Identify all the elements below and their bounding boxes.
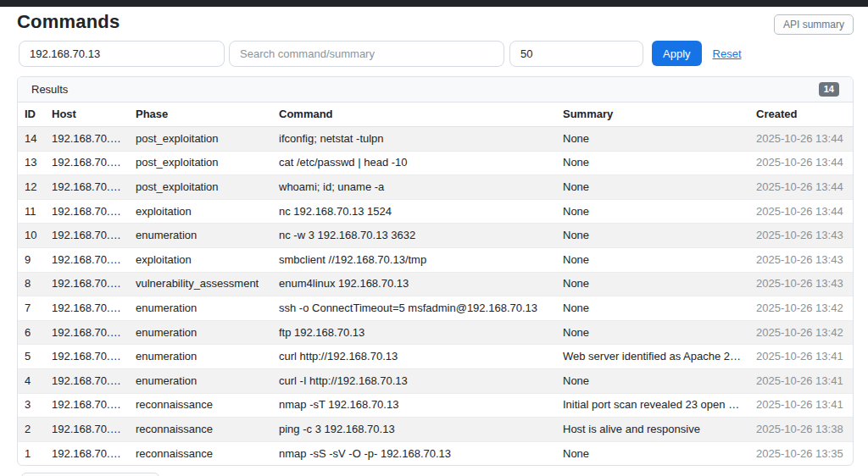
reset-link[interactable]: Reset xyxy=(713,47,742,60)
cell-created: 2025-10-26 13:44 xyxy=(749,199,853,224)
column-header-host: Host xyxy=(45,102,129,127)
cell-created: 2025-10-26 13:43 xyxy=(749,224,853,248)
bottom-partial-button[interactable] xyxy=(21,473,159,476)
table-row: 5 192.168.70.13 enumeration curl http://… xyxy=(18,345,853,369)
cell-phase: enumeration xyxy=(129,368,272,393)
cell-summary: None xyxy=(556,247,749,272)
table-header-row: ID Host Phase Command Summary Created xyxy=(18,102,853,127)
cell-command: curl -I http://192.168.70.13 xyxy=(272,368,556,393)
cell-created: 2025-10-26 13:41 xyxy=(749,345,853,369)
cell-created: 2025-10-26 13:44 xyxy=(749,127,853,152)
cell-host: 192.168.70.13 xyxy=(45,418,129,442)
table-row: 12 192.168.70.13 post_exploitation whoam… xyxy=(18,175,853,200)
cell-id: 10 xyxy=(18,224,45,248)
cell-phase: reconnaissance xyxy=(129,418,272,442)
cell-summary: Host is alive and responsive xyxy=(556,418,749,442)
column-header-summary: Summary xyxy=(556,102,749,127)
cell-created: 2025-10-26 13:43 xyxy=(749,247,853,272)
cell-summary: None xyxy=(556,296,749,321)
column-header-phase: Phase xyxy=(129,102,272,127)
column-header-id: ID xyxy=(18,102,45,127)
cell-phase: post_exploitation xyxy=(129,127,272,152)
cell-phase: reconnaissance xyxy=(129,441,272,465)
cell-summary: None xyxy=(556,368,749,393)
table-row: 7 192.168.70.13 enumeration ssh -o Conne… xyxy=(18,296,853,321)
page-title: Commands xyxy=(17,11,120,33)
cell-created: 2025-10-26 13:35 xyxy=(749,441,853,465)
table-row: 3 192.168.70.13 reconnaissance nmap -sT … xyxy=(18,393,853,418)
table-row: 9 192.168.70.13 exploitation smbclient /… xyxy=(18,247,853,272)
cell-id: 6 xyxy=(18,320,45,345)
api-summary-button[interactable]: API summary xyxy=(774,14,854,35)
cell-host: 192.168.70.13 xyxy=(45,272,129,296)
cell-host: 192.168.70.13 xyxy=(45,151,129,175)
results-table: ID Host Phase Command Summary Created 14… xyxy=(18,102,853,465)
cell-id: 1 xyxy=(18,441,45,465)
cell-summary: Web server identified as Apache 2.2.8 ..… xyxy=(556,345,749,369)
cell-command: nmap -sT 192.168.70.13 xyxy=(272,393,556,418)
cell-summary: None xyxy=(556,320,749,345)
column-header-created: Created xyxy=(749,102,853,127)
cell-host: 192.168.70.13 xyxy=(45,175,129,200)
cell-summary: None xyxy=(556,175,749,200)
cell-id: 14 xyxy=(18,127,45,152)
limit-input[interactable] xyxy=(509,41,643,67)
top-bar xyxy=(0,0,868,7)
cell-host: 192.168.70.13 xyxy=(45,441,129,465)
cell-created: 2025-10-26 13:41 xyxy=(749,368,853,393)
cell-phase: vulnerability_assessment xyxy=(129,272,272,296)
cell-host: 192.168.70.13 xyxy=(45,393,129,418)
cell-command: enum4linux 192.168.70.13 xyxy=(272,272,556,296)
cell-summary: None xyxy=(556,224,749,248)
apply-button[interactable]: Apply xyxy=(652,41,702,66)
cell-id: 12 xyxy=(18,175,45,200)
cell-summary: None xyxy=(556,272,749,296)
cell-id: 5 xyxy=(18,345,45,369)
cell-host: 192.168.70.13 xyxy=(45,368,129,393)
table-row: 2 192.168.70.13 reconnaissance ping -c 3… xyxy=(18,418,853,442)
table-row: 8 192.168.70.13 vulnerability_assessment… xyxy=(18,272,853,296)
cell-phase: post_exploitation xyxy=(129,151,272,175)
host-filter-input[interactable] xyxy=(19,41,225,67)
cell-command: cat /etc/passwd | head -10 xyxy=(272,151,556,175)
page-header: Commands API summary xyxy=(17,7,854,40)
cell-summary: None xyxy=(556,199,749,224)
table-row: 10 192.168.70.13 enumeration nc -w 3 192… xyxy=(18,224,853,248)
table-row: 13 192.168.70.13 post_exploitation cat /… xyxy=(18,151,853,175)
column-header-command: Command xyxy=(272,102,556,127)
cell-phase: enumeration xyxy=(129,224,272,248)
cell-host: 192.168.70.13 xyxy=(45,224,129,248)
cell-command: nmap -sS -sV -O -p- 192.168.70.13 xyxy=(272,441,556,465)
cell-command: ftp 192.168.70.13 xyxy=(272,320,556,345)
cell-id: 9 xyxy=(18,247,45,272)
cell-phase: reconnaissance xyxy=(129,393,272,418)
cell-host: 192.168.70.13 xyxy=(45,320,129,345)
table-row: 11 192.168.70.13 exploitation nc 192.168… xyxy=(18,199,853,224)
cell-phase: post_exploitation xyxy=(129,175,272,200)
cell-created: 2025-10-26 13:42 xyxy=(749,296,853,321)
cell-phase: enumeration xyxy=(129,296,272,321)
cell-summary: Initial port scan revealed 23 open serv.… xyxy=(556,393,749,418)
cell-phase: enumeration xyxy=(129,345,272,369)
cell-created: 2025-10-26 13:44 xyxy=(749,151,853,175)
cell-command: ssh -o ConnectTimeout=5 msfadmin@192.168… xyxy=(272,296,556,321)
search-input[interactable] xyxy=(229,41,504,67)
cell-host: 192.168.70.13 xyxy=(45,199,129,224)
cell-command: nc -w 3 192.168.70.13 3632 xyxy=(272,224,556,248)
table-row: 14 192.168.70.13 post_exploitation ifcon… xyxy=(18,127,853,152)
table-row: 4 192.168.70.13 enumeration curl -I http… xyxy=(18,368,853,393)
cell-command: curl http://192.168.70.13 xyxy=(272,345,556,369)
table-row: 1 192.168.70.13 reconnaissance nmap -sS … xyxy=(18,441,853,465)
cell-created: 2025-10-26 13:43 xyxy=(749,272,853,296)
cell-phase: enumeration xyxy=(129,320,272,345)
cell-id: 7 xyxy=(18,296,45,321)
results-count-badge: 14 xyxy=(819,82,839,97)
cell-id: 3 xyxy=(18,393,45,418)
filter-bar: Apply Reset xyxy=(17,40,854,67)
cell-host: 192.168.70.13 xyxy=(45,247,129,272)
table-row: 6 192.168.70.13 enumeration ftp 192.168.… xyxy=(18,320,853,345)
cell-id: 4 xyxy=(18,368,45,393)
cell-host: 192.168.70.13 xyxy=(45,296,129,321)
cell-summary: None xyxy=(556,151,749,175)
commands-page: Commands API summary Apply Reset Results… xyxy=(0,7,868,476)
